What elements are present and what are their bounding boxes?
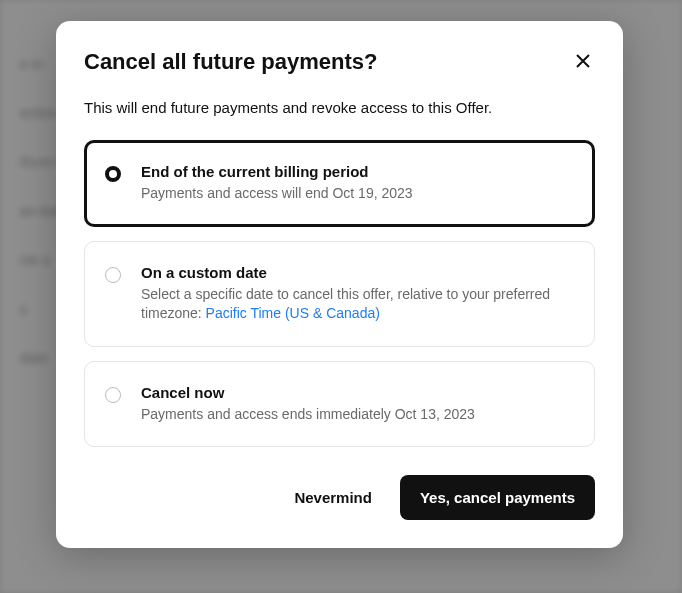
option-end-of-period[interactable]: End of the current billing period Paymen… (84, 140, 595, 227)
modal-title: Cancel all future payments? (84, 49, 377, 75)
radio-unselected-icon (105, 267, 121, 283)
confirm-cancel-button[interactable]: Yes, cancel payments (400, 475, 595, 520)
option-title: On a custom date (141, 264, 574, 281)
modal-footer: Nevermind Yes, cancel payments (84, 475, 595, 520)
option-text: End of the current billing period Paymen… (141, 163, 413, 204)
option-desc: Payments and access ends immediately Oct… (141, 405, 475, 425)
option-cancel-now[interactable]: Cancel now Payments and access ends imme… (84, 361, 595, 448)
option-desc: Select a specific date to cancel this of… (141, 285, 574, 324)
option-text: On a custom date Select a specific date … (141, 264, 574, 324)
radio-selected-icon (105, 166, 121, 182)
option-desc: Payments and access will end Oct 19, 202… (141, 184, 413, 204)
close-button[interactable] (571, 49, 595, 73)
nevermind-button[interactable]: Nevermind (276, 477, 390, 518)
option-text: Cancel now Payments and access ends imme… (141, 384, 475, 425)
option-title: End of the current billing period (141, 163, 413, 180)
option-custom-date[interactable]: On a custom date Select a specific date … (84, 241, 595, 347)
radio-unselected-icon (105, 387, 121, 403)
timezone-link[interactable]: Pacific Time (US & Canada) (206, 305, 380, 321)
option-title: Cancel now (141, 384, 475, 401)
modal-header: Cancel all future payments? (84, 49, 595, 75)
modal-subtitle: This will end future payments and revoke… (84, 99, 595, 116)
cancel-payments-modal: Cancel all future payments? This will en… (56, 21, 623, 548)
cancel-options: End of the current billing period Paymen… (84, 140, 595, 447)
close-icon (575, 53, 591, 69)
